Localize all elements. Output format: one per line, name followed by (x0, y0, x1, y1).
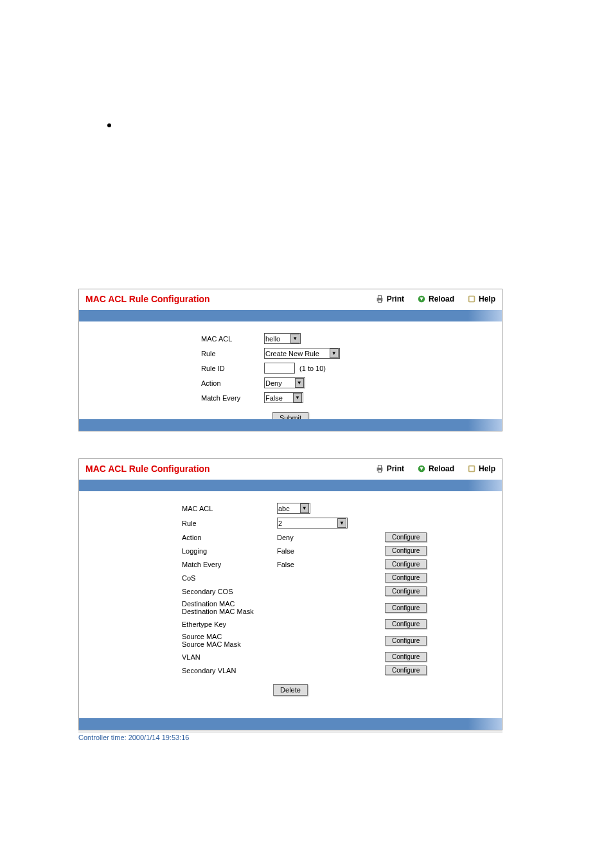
print-button[interactable]: Print (375, 464, 404, 473)
rule-select[interactable]: 2 ▼ (277, 518, 348, 529)
action-value: Deny (265, 379, 295, 387)
mac-acl-select[interactable]: hello ▼ (264, 333, 301, 344)
configure-secondary-vlan-button[interactable]: Configure (385, 665, 427, 675)
panel-header: MAC ACL Rule Configuration Print Reload … (79, 289, 502, 309)
action-label: Action (201, 379, 259, 387)
panel-header: MAC ACL Rule Configuration Print Reload … (79, 459, 502, 478)
match-every-label: Match Every (182, 561, 272, 568)
print-icon (375, 464, 384, 473)
help-label: Help (479, 294, 495, 303)
configure-secondary-cos-button[interactable]: Configure (385, 586, 427, 596)
chevron-down-icon: ▼ (300, 503, 309, 513)
rule-select[interactable]: Create New Rule ▼ (264, 348, 340, 359)
match-every-select[interactable]: False ▼ (264, 392, 303, 403)
action-select[interactable]: Deny ▼ (264, 377, 305, 388)
mac-acl-value: abc (278, 505, 300, 512)
delete-button[interactable]: Delete (273, 684, 308, 696)
divider-bar-bottom (79, 419, 502, 431)
source-mac-label: Source MAC Source MAC Mask (182, 633, 272, 648)
rule-value: 2 (278, 520, 292, 527)
chevron-down-icon: ▼ (337, 518, 346, 528)
dest-mac-mask-text: Destination MAC Mask (182, 608, 254, 615)
form-area: MAC ACL abc ▼ Rule 2 ▼ Action Deny Confi… (79, 491, 502, 705)
match-every-value: False (265, 394, 293, 402)
configure-match-every-button[interactable]: Configure (385, 559, 427, 569)
configure-logging-button[interactable]: Configure (385, 546, 427, 556)
logging-value: False (277, 547, 380, 555)
reload-button[interactable]: Reload (417, 464, 454, 473)
rule-value: Create New Rule (265, 350, 330, 357)
help-icon (467, 464, 476, 473)
rule-id-label: Rule ID (201, 365, 259, 372)
action-value: Deny (277, 534, 380, 541)
chevron-down-icon: ▼ (293, 393, 302, 402)
match-every-value: False (277, 561, 380, 568)
mac-acl-value: hello (265, 335, 290, 343)
svg-rect-1 (378, 296, 381, 298)
source-mac-mask-text: Source MAC Mask (182, 640, 241, 648)
print-label: Print (387, 464, 404, 473)
configure-source-mac-button[interactable]: Configure (385, 636, 427, 646)
svg-rect-7 (378, 466, 381, 468)
panel-mac-acl-rule-config-edit: MAC ACL Rule Configuration Print Reload … (78, 458, 502, 730)
page-title: MAC ACL Rule Configuration (85, 464, 375, 474)
help-button[interactable]: Help (467, 294, 495, 303)
configure-vlan-button[interactable]: Configure (385, 652, 427, 662)
svg-rect-8 (378, 470, 381, 473)
match-every-label: Match Every (201, 394, 259, 402)
chevron-down-icon: ▼ (295, 378, 304, 388)
logging-label: Logging (182, 547, 272, 555)
svg-rect-11 (469, 467, 474, 471)
reload-icon (417, 464, 426, 473)
configure-cos-button[interactable]: Configure (385, 573, 427, 583)
chevron-down-icon: ▼ (330, 348, 339, 358)
destination-mac-label: Destination MAC Destination MAC Mask (182, 600, 272, 615)
dest-mac-text: Destination MAC (182, 600, 235, 608)
rule-label: Rule (182, 520, 272, 527)
reload-label: Reload (429, 464, 454, 473)
mac-acl-label: MAC ACL (182, 505, 272, 512)
reload-button[interactable]: Reload (417, 294, 454, 303)
secondary-cos-label: Secondary COS (182, 588, 272, 595)
configure-action-button[interactable]: Configure (385, 532, 427, 542)
reload-label: Reload (429, 294, 454, 303)
page-title: MAC ACL Rule Configuration (85, 294, 375, 304)
toolbar: Print Reload Help (375, 464, 495, 473)
form-area: MAC ACL hello ▼ Rule Create New Rule ▼ R… (79, 321, 502, 433)
print-button[interactable]: Print (375, 294, 404, 303)
svg-rect-2 (378, 300, 381, 303)
reload-icon (417, 294, 426, 303)
help-button[interactable]: Help (467, 464, 495, 473)
source-mac-text: Source MAC (182, 633, 222, 640)
help-icon (467, 294, 476, 303)
rule-id-input[interactable] (264, 363, 295, 374)
bullet-marker (107, 123, 111, 127)
rule-label: Rule (201, 350, 259, 357)
cos-label: CoS (182, 574, 272, 582)
secondary-vlan-label: Secondary VLAN (182, 667, 272, 674)
print-label: Print (387, 294, 404, 303)
print-icon (375, 294, 384, 303)
configure-ethertype-button[interactable]: Configure (385, 619, 427, 629)
action-label: Action (182, 534, 272, 541)
mac-acl-select[interactable]: abc ▼ (277, 503, 310, 514)
help-label: Help (479, 464, 495, 473)
vlan-label: VLAN (182, 653, 272, 661)
toolbar: Print Reload Help (375, 294, 495, 303)
controller-time: Controller time: 2000/1/14 19:53:16 (78, 732, 502, 741)
rule-id-hint: (1 to 10) (299, 365, 326, 372)
svg-rect-5 (469, 297, 474, 302)
divider-bar-top (79, 480, 502, 491)
ethertype-label: Ethertype Key (182, 620, 272, 628)
divider-bar-top (79, 310, 502, 321)
divider-bar-bottom (79, 718, 502, 730)
configure-destination-mac-button[interactable]: Configure (385, 603, 427, 613)
mac-acl-label: MAC ACL (201, 335, 259, 343)
chevron-down-icon: ▼ (290, 334, 299, 343)
panel-mac-acl-rule-config-create: MAC ACL Rule Configuration Print Reload … (78, 289, 502, 431)
